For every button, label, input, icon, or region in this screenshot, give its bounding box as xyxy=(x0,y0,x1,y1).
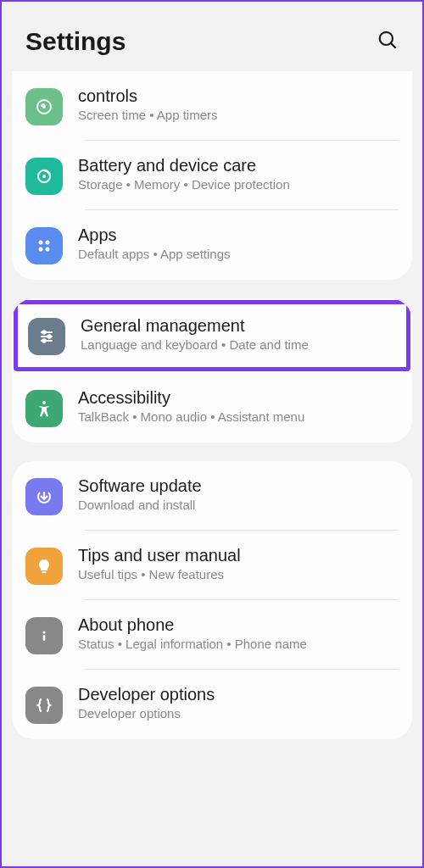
svg-point-8 xyxy=(46,248,50,252)
svg-line-1 xyxy=(391,43,396,48)
settings-header: Settings xyxy=(2,2,422,71)
svg-point-10 xyxy=(42,331,46,334)
info-icon xyxy=(25,617,63,654)
svg-point-12 xyxy=(47,335,51,338)
item-subtitle: Storage • Memory • Device protection xyxy=(78,177,399,192)
battery-care-icon xyxy=(25,158,63,195)
wellbeing-icon xyxy=(25,88,63,125)
settings-group: controls Screen time • App timers Batter… xyxy=(12,71,412,280)
sliders-icon xyxy=(28,318,65,355)
svg-point-6 xyxy=(46,241,50,245)
svg-point-5 xyxy=(39,241,43,245)
svg-point-0 xyxy=(380,32,393,45)
code-braces-icon xyxy=(25,687,63,724)
item-subtitle: Useful tips • New features xyxy=(78,567,399,581)
item-title: Apps xyxy=(78,225,399,245)
search-icon[interactable] xyxy=(377,29,399,54)
item-title: Tips and user manual xyxy=(78,546,399,565)
settings-group: Software update Download and install Tip… xyxy=(12,461,412,739)
svg-point-18 xyxy=(42,631,45,633)
item-subtitle: Download and install xyxy=(78,498,399,512)
item-subtitle: Status • Legal information • Phone name xyxy=(78,637,399,651)
svg-point-14 xyxy=(42,339,46,342)
item-title: Developer options xyxy=(78,685,399,704)
item-title: About phone xyxy=(78,615,399,635)
svg-point-15 xyxy=(42,401,46,404)
svg-rect-16 xyxy=(42,571,47,573)
settings-item-battery[interactable]: Battery and device care Storage • Memory… xyxy=(12,141,412,210)
svg-point-7 xyxy=(39,248,43,252)
item-subtitle: Language and keyboard • Date and time xyxy=(81,337,396,352)
item-subtitle: Screen time • App timers xyxy=(78,108,399,122)
item-subtitle: TalkBack • Mono audio • Assistant menu xyxy=(78,409,399,424)
settings-group: General management Language and keyboard… xyxy=(12,298,412,442)
settings-item-about-phone[interactable]: About phone Status • Legal information •… xyxy=(12,600,412,670)
settings-item-tips[interactable]: Tips and user manual Useful tips • New f… xyxy=(12,531,412,600)
svg-point-4 xyxy=(42,175,46,178)
accessibility-icon xyxy=(25,390,63,427)
item-title: Accessibility xyxy=(78,388,399,408)
svg-rect-19 xyxy=(43,635,46,641)
page-title: Settings xyxy=(25,27,126,56)
item-subtitle: Developer options xyxy=(78,706,399,721)
settings-item-apps[interactable]: Apps Default apps • App settings xyxy=(12,210,412,280)
update-icon xyxy=(25,478,63,515)
item-title: General management xyxy=(81,316,396,336)
lightbulb-icon xyxy=(25,548,63,585)
apps-icon xyxy=(25,227,63,264)
item-subtitle: Default apps • App settings xyxy=(78,247,399,261)
item-title: Software update xyxy=(78,476,399,496)
settings-item-accessibility[interactable]: Accessibility TalkBack • Mono audio • As… xyxy=(12,373,412,442)
settings-item-controls[interactable]: controls Screen time • App timers xyxy=(12,71,412,141)
settings-item-software-update[interactable]: Software update Download and install xyxy=(12,461,412,531)
item-title: Battery and device care xyxy=(78,156,399,175)
settings-item-developer-options[interactable]: Developer options Developer options xyxy=(12,670,412,739)
item-title: controls xyxy=(78,86,399,106)
settings-item-general-management[interactable]: General management Language and keyboard… xyxy=(14,300,410,371)
